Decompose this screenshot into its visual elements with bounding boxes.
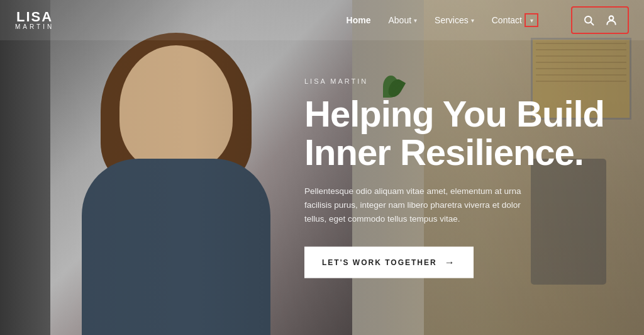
search-icon[interactable] xyxy=(580,11,597,29)
nav-about[interactable]: About ▾ xyxy=(380,10,425,30)
hero-content: LISA MARTIN Helping You Build Inner Resi… xyxy=(304,77,606,278)
hero-subtitle: LISA MARTIN xyxy=(304,77,606,85)
cta-button[interactable]: LET'S WORK TOGETHER → xyxy=(304,246,474,278)
hero-title-line1: Helping You Build xyxy=(304,93,604,134)
logo-surname: MARTIN xyxy=(15,24,54,30)
svg-point-2 xyxy=(609,16,614,20)
nav-services[interactable]: Services ▾ xyxy=(427,10,482,30)
hero-title-line2: Inner Resilience. xyxy=(304,132,584,173)
nav-home[interactable]: Home xyxy=(339,10,379,30)
nav-contact[interactable]: Contact ▾ xyxy=(484,8,546,32)
nav-about-label: About xyxy=(388,15,411,25)
nav-services-label: Services xyxy=(435,15,469,25)
nav-services-chevron: ▾ xyxy=(471,17,474,24)
svg-line-1 xyxy=(591,22,593,25)
navbar: LISA MARTIN Home About ▾ Services ▾ Cont… xyxy=(0,0,644,40)
nav-home-label: Home xyxy=(347,15,371,25)
nav-about-chevron: ▾ xyxy=(414,17,417,24)
nav-contact-label: Contact xyxy=(492,15,522,25)
cta-arrow: → xyxy=(445,256,456,268)
hero-title: Helping You Build Inner Resilience. xyxy=(304,95,606,172)
hero-section: LISA MARTIN Home About ▾ Services ▾ Cont… xyxy=(0,0,644,335)
cta-label: LET'S WORK TOGETHER xyxy=(322,258,437,266)
nav-links: Home About ▾ Services ▾ Contact ▾ xyxy=(339,8,546,32)
logo-name: LISA xyxy=(16,10,53,24)
hero-description: Pellentesque odio aliquam vitae amet, el… xyxy=(304,184,537,226)
nav-icons-group[interactable] xyxy=(571,6,629,34)
account-icon[interactable] xyxy=(602,11,620,29)
logo[interactable]: LISA MARTIN xyxy=(15,10,54,30)
nav-contact-chevron-highlighted[interactable]: ▾ xyxy=(525,13,538,27)
